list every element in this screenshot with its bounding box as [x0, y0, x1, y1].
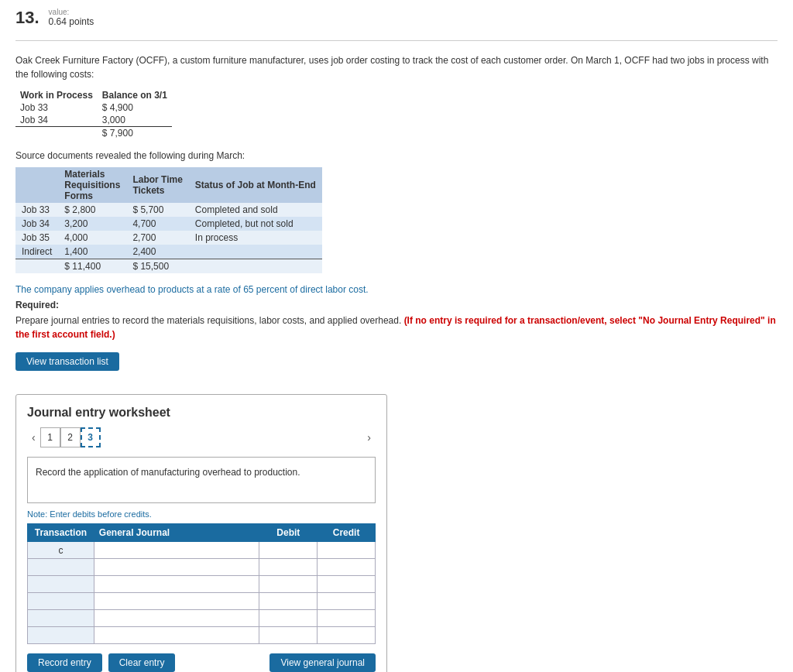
- balance-header-balance: Balance on 3/1: [98, 89, 172, 101]
- debit-input-2[interactable]: [263, 562, 314, 573]
- view-transaction-button[interactable]: View transaction list: [15, 352, 119, 371]
- credit-cell-2[interactable]: [318, 559, 376, 576]
- debit-input-5[interactable]: [263, 613, 314, 624]
- question-body: Oak Creek Furniture Factory (OCFF), a cu…: [15, 53, 778, 672]
- source-row3-job: Job 35: [15, 231, 58, 245]
- source-row2-job: Job 34: [15, 217, 58, 231]
- source-row2-materials: 3,200: [58, 217, 126, 231]
- record-entry-button[interactable]: Record entry: [27, 653, 102, 672]
- table-row: [28, 627, 376, 644]
- clear-entry-button[interactable]: Clear entry: [108, 653, 176, 672]
- page-next-arrow[interactable]: ›: [362, 431, 376, 444]
- source-label: Source documents revealed the following …: [15, 150, 778, 161]
- general-journal-input-5[interactable]: [98, 613, 256, 624]
- general-journal-input-1[interactable]: [98, 545, 256, 556]
- credit-input-2[interactable]: [321, 562, 372, 573]
- debit-cell-5[interactable]: [259, 610, 318, 627]
- table-row: c: [28, 542, 376, 559]
- credit-cell-1[interactable]: [318, 542, 376, 559]
- divider: [15, 40, 778, 41]
- source-row3-labor: 2,700: [126, 231, 188, 245]
- page-2[interactable]: 2: [60, 427, 81, 447]
- page-prev-arrow[interactable]: ‹: [27, 431, 40, 444]
- transaction-cell-2: [28, 559, 94, 576]
- general-journal-cell-3[interactable]: [94, 576, 259, 593]
- source-total-label: [15, 259, 58, 274]
- general-journal-cell-1[interactable]: [94, 542, 259, 559]
- credit-input-1[interactable]: [321, 545, 372, 556]
- debit-cell-1[interactable]: [259, 542, 318, 559]
- source-row3-status: In process: [189, 231, 322, 245]
- credit-input-4[interactable]: [321, 596, 372, 607]
- debit-input-3[interactable]: [263, 579, 314, 590]
- action-buttons: Record entry Clear entry View general jo…: [27, 653, 376, 672]
- required-label: Required:: [15, 300, 778, 310]
- balance-job34-label: Job 34: [15, 114, 98, 127]
- page-1[interactable]: 1: [40, 427, 60, 447]
- general-journal-input-4[interactable]: [98, 596, 256, 607]
- required-desc: Prepare journal entries to record the ma…: [15, 314, 778, 341]
- source-row4-status: [189, 245, 322, 259]
- balance-total-amount: $ 7,900: [98, 127, 172, 140]
- source-row2-status: Completed, but not sold: [189, 217, 322, 231]
- credit-cell-5[interactable]: [318, 610, 376, 627]
- table-row: [28, 559, 376, 576]
- journal-table: Transaction General Journal Debit Credit…: [27, 523, 376, 644]
- balance-job33-amount: $ 4,900: [98, 101, 172, 114]
- debit-cell-2[interactable]: [259, 559, 318, 576]
- source-row1-status: Completed and sold: [189, 203, 322, 217]
- journal-header-credit: Credit: [318, 524, 376, 542]
- general-journal-input-6[interactable]: [98, 630, 256, 641]
- question-header: 13. value: 0.64 points: [15, 8, 778, 28]
- record-description: Record the application of manufacturing …: [27, 457, 376, 503]
- source-header-labor: Labor TimeTickets: [126, 167, 188, 203]
- credit-input-5[interactable]: [321, 613, 372, 624]
- general-journal-cell-2[interactable]: [94, 559, 259, 576]
- source-total-labor: $ 15,500: [126, 259, 188, 274]
- journal-header-transaction: Transaction: [28, 524, 94, 542]
- worksheet-title: Journal entry worksheet: [27, 406, 376, 420]
- credit-cell-4[interactable]: [318, 593, 376, 610]
- general-journal-input-3[interactable]: [98, 579, 256, 590]
- source-row3-materials: 4,000: [58, 231, 126, 245]
- debit-cell-6[interactable]: [259, 627, 318, 644]
- intro-text: Oak Creek Furniture Factory (OCFF), a cu…: [15, 53, 778, 81]
- overhead-text: The company applies overhead to products…: [15, 284, 778, 295]
- debit-input-6[interactable]: [263, 630, 314, 641]
- table-row: [28, 593, 376, 610]
- source-header-status: Status of Job at Month-End: [189, 167, 322, 203]
- pagination: ‹ 1 2 3 ›: [27, 427, 376, 447]
- page-3-active[interactable]: 3: [81, 427, 101, 447]
- journal-header-general: General Journal: [94, 524, 259, 542]
- general-journal-input-2[interactable]: [98, 562, 256, 573]
- source-row1-materials: $ 2,800: [58, 203, 126, 217]
- source-row4-materials: 1,400: [58, 245, 126, 259]
- debit-input-4[interactable]: [263, 596, 314, 607]
- note-text: Note: Enter debits before credits.: [27, 509, 376, 519]
- table-row: [28, 610, 376, 627]
- general-journal-cell-4[interactable]: [94, 593, 259, 610]
- credit-input-3[interactable]: [321, 579, 372, 590]
- general-journal-cell-6[interactable]: [94, 627, 259, 644]
- journal-header-debit: Debit: [259, 524, 318, 542]
- value-label: value:: [49, 8, 94, 16]
- credit-input-6[interactable]: [321, 630, 372, 641]
- source-row1-job: Job 33: [15, 203, 58, 217]
- source-total-status: [189, 259, 322, 274]
- general-journal-cell-5[interactable]: [94, 610, 259, 627]
- balance-table: Work in Process Balance on 3/1 Job 33 $ …: [15, 89, 172, 139]
- debit-input-1[interactable]: [263, 545, 314, 556]
- balance-total-label: [15, 127, 98, 140]
- debit-cell-3[interactable]: [259, 576, 318, 593]
- question-number: 13.: [15, 8, 39, 28]
- question-meta: value: 0.64 points: [49, 8, 94, 27]
- credit-cell-3[interactable]: [318, 576, 376, 593]
- source-row1-labor: $ 5,700: [126, 203, 188, 217]
- points-value: 0.64 points: [49, 16, 94, 27]
- debit-cell-4[interactable]: [259, 593, 318, 610]
- view-general-journal-button[interactable]: View general journal: [269, 653, 376, 672]
- source-header-job: [15, 167, 58, 203]
- credit-cell-6[interactable]: [318, 627, 376, 644]
- source-total-materials: $ 11,400: [58, 259, 126, 274]
- transaction-cell-3: [28, 576, 94, 593]
